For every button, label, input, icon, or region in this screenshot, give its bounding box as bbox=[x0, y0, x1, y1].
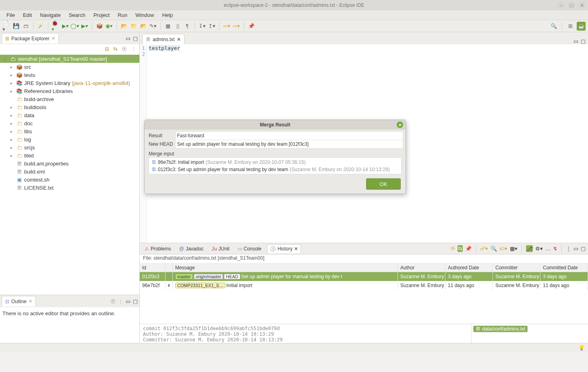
pencil-icon[interactable]: ✎▾ bbox=[149, 22, 157, 30]
debug-icon[interactable]: 🐞▾ bbox=[52, 22, 60, 30]
package-explorer-tab[interactable]: ⊞ Package Explorer ✕ bbox=[2, 33, 59, 43]
close-window-icon[interactable]: ✕ bbox=[578, 2, 586, 9]
ext-tools-icon[interactable]: ▶▾ bbox=[81, 22, 89, 30]
tree-project[interactable]: ▾🗀stendhal [stendhal_S1Team00 master] bbox=[0, 55, 139, 63]
collapse-all-icon[interactable]: ⊟ bbox=[105, 46, 109, 52]
pin-editor-icon[interactable]: 📌 bbox=[247, 22, 255, 30]
wand-icon[interactable]: 🪄 bbox=[37, 22, 45, 30]
merge-entry[interactable]: 🖺 96e7b2f: Initial import (Suzanne M. Em… bbox=[149, 159, 401, 166]
menu-edit[interactable]: Edit bbox=[20, 11, 35, 19]
tab-javadoc[interactable]: @Javadoc bbox=[177, 245, 206, 253]
menu-file[interactable]: File bbox=[3, 11, 18, 19]
additional-refs-icon[interactable]: ⚙▾ bbox=[535, 246, 543, 252]
view-menu-icon[interactable]: ⋮ bbox=[118, 298, 123, 304]
show-whitespace-icon[interactable]: ¶ bbox=[183, 22, 191, 30]
col-id[interactable]: Id bbox=[140, 263, 166, 272]
history-row[interactable]: 012f3c3masterorigin/masterHEADSet up adm… bbox=[140, 272, 588, 281]
menu-run[interactable]: Run bbox=[114, 11, 130, 19]
tab-console[interactable]: ▭Console bbox=[235, 245, 264, 253]
tree-item[interactable]: ▸🗀doc bbox=[0, 119, 139, 127]
tag-icon[interactable]: 🏷▾ bbox=[499, 246, 507, 252]
col-authored-date[interactable]: Authored Date bbox=[445, 263, 493, 272]
view-menu-icon[interactable]: ⋮ bbox=[131, 46, 136, 52]
tab-history[interactable]: 🕓History ✕ bbox=[267, 244, 301, 253]
new-icon[interactable]: 📄▾ bbox=[2, 22, 10, 30]
col-author[interactable]: Author bbox=[398, 263, 445, 272]
tab-junit[interactable]: JᴜJUnit bbox=[209, 245, 232, 253]
maximize-view-icon[interactable]: ▢ bbox=[581, 246, 586, 252]
show-all-branches-icon[interactable]: ⎇ bbox=[526, 245, 533, 252]
minimize-view-icon[interactable]: ▭ bbox=[126, 35, 130, 41]
close-icon[interactable]: ✕ bbox=[29, 299, 32, 304]
save-all-icon[interactable]: 🗃 bbox=[22, 22, 30, 30]
forward-icon[interactable]: ⇨▾ bbox=[232, 22, 240, 30]
close-icon[interactable]: ✕ bbox=[52, 36, 55, 41]
open-resource-icon[interactable]: 📂 bbox=[139, 22, 147, 30]
run-icon[interactable]: ▶▾ bbox=[61, 22, 69, 30]
maximize-view-icon[interactable]: ▢ bbox=[133, 35, 138, 41]
tree-item[interactable]: ▸🗀tiled bbox=[0, 151, 139, 159]
tree-item[interactable]: ▸🗀data bbox=[0, 111, 139, 119]
next-annotation-icon[interactable]: ↧▾ bbox=[198, 22, 206, 30]
focus-icon[interactable]: ⦿ bbox=[122, 46, 127, 52]
back-icon[interactable]: ⇦▾ bbox=[223, 22, 231, 30]
menu-navigate[interactable]: Navigate bbox=[37, 11, 64, 19]
tree-item[interactable]: ▸🗀buildtools bbox=[0, 103, 139, 111]
follow-renames-icon[interactable]: ↯ bbox=[553, 246, 557, 252]
package-explorer-tree[interactable]: ▾🗀stendhal [stendhal_S1Team00 master]▸📦s… bbox=[0, 54, 139, 295]
link-editor-icon[interactable]: ⇆ bbox=[113, 46, 118, 52]
tip-icon[interactable]: 💡 bbox=[578, 345, 585, 351]
tree-item[interactable]: 🗀build-archive bbox=[0, 95, 139, 103]
tree-item[interactable]: ▸📦src bbox=[0, 63, 139, 71]
wrap-icon[interactable]: … bbox=[545, 246, 551, 252]
maximize-view-icon[interactable]: ▢ bbox=[133, 298, 138, 304]
pin-icon[interactable]: 📌 bbox=[465, 246, 472, 252]
focus-icon[interactable]: ⦿ bbox=[110, 298, 116, 304]
search-icon[interactable]: 🔍 bbox=[550, 22, 558, 30]
col-committed-date[interactable]: Committed Date bbox=[540, 263, 588, 272]
tree-item[interactable]: ▸🗀log bbox=[0, 135, 139, 143]
maximize-icon[interactable]: ▢ bbox=[568, 2, 575, 9]
menu-project[interactable]: Project bbox=[90, 11, 113, 19]
tree-item[interactable]: ▸📦tests bbox=[0, 71, 139, 79]
tree-item[interactable]: ▣comtest.sh bbox=[0, 176, 139, 184]
menu-help[interactable]: Help bbox=[159, 11, 176, 19]
toggle-mark-icon[interactable]: ▦ bbox=[164, 22, 172, 30]
java-perspective-icon[interactable]: ☕ bbox=[577, 22, 586, 31]
find-icon[interactable]: 🔍 bbox=[491, 246, 497, 252]
prev-annotation-icon[interactable]: ↥▾ bbox=[208, 22, 216, 30]
refresh-icon[interactable]: ⟳ bbox=[451, 246, 455, 252]
minimize-view-icon[interactable]: ▭ bbox=[574, 246, 578, 252]
menu-search[interactable]: Search bbox=[66, 11, 89, 19]
view-menu-icon[interactable]: ⋮ bbox=[566, 246, 571, 252]
minimize-icon[interactable]: – bbox=[557, 2, 565, 9]
tree-item[interactable]: ▸🗀srcjs bbox=[0, 143, 139, 151]
outline-tab[interactable]: ⊟ Outline ✕ bbox=[2, 296, 36, 306]
toggle-block-icon[interactable]: ▯ bbox=[174, 22, 182, 30]
open-type-icon[interactable]: 📂 bbox=[120, 22, 128, 30]
open-task-icon[interactable]: 📁 bbox=[130, 22, 138, 30]
changed-file-link[interactable]: 🖹 data/conf/admins.txt bbox=[473, 326, 528, 332]
minimize-view-icon[interactable]: ▭ bbox=[126, 298, 130, 304]
merge-entry[interactable]: 🖺 012f3c3: Set up admin player for manua… bbox=[149, 166, 401, 173]
coverage-icon[interactable]: ◯▾ bbox=[71, 22, 79, 30]
maximize-view-icon[interactable]: ▢ bbox=[581, 38, 586, 44]
minimize-view-icon[interactable]: ▭ bbox=[574, 38, 578, 44]
save-icon[interactable]: 💾 bbox=[12, 22, 20, 30]
close-icon[interactable]: ✕ bbox=[177, 37, 181, 42]
dialog-titlebar[interactable]: Merge Result ✕ bbox=[145, 120, 406, 130]
link-selection-icon[interactable]: ⇆ bbox=[458, 245, 463, 252]
tree-item[interactable]: ▸📚JRE System Library [java-11-openjdk-am… bbox=[0, 79, 139, 87]
tree-item[interactable]: 🖹LICENSE.txt bbox=[0, 184, 139, 192]
col-message[interactable]: Message bbox=[173, 263, 398, 272]
tree-item[interactable]: ▸📚Referenced Libraries bbox=[0, 87, 139, 95]
dialog-close-icon[interactable]: ✕ bbox=[397, 122, 403, 128]
tree-item[interactable]: ▸🗀libs bbox=[0, 127, 139, 135]
close-icon[interactable]: ✕ bbox=[294, 246, 298, 252]
filter-icon[interactable]: ☍▾ bbox=[480, 246, 488, 252]
tab-problems[interactable]: ⚠Problems bbox=[142, 245, 174, 253]
open-perspective-icon[interactable]: ⊞ bbox=[566, 22, 574, 30]
ok-button[interactable]: OK bbox=[366, 178, 401, 190]
compare-mode-icon[interactable]: ▦▾ bbox=[510, 246, 518, 252]
tree-item[interactable]: 🖹build.xml bbox=[0, 167, 139, 176]
